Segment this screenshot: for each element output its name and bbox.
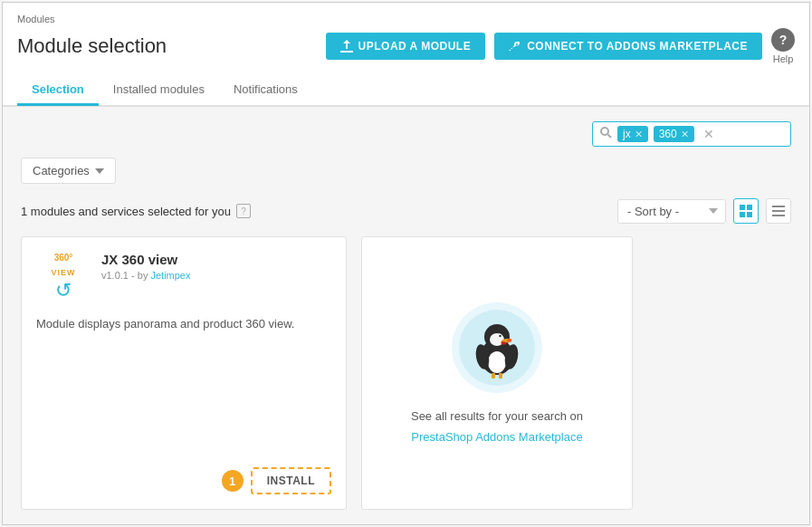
svg-rect-4 [740,212,745,217]
search-clear-button[interactable]: ✕ [703,127,714,141]
module-author-prefix: by [138,270,148,281]
sort-view-row: - Sort by - Name A-Z Name Z-A [617,198,791,224]
view-list-button[interactable] [766,198,791,224]
svg-point-0 [601,128,608,135]
module-version: v1.0.1 [101,270,129,281]
module-icon: 360° VIEW ↺ [36,252,91,306]
search-icon [600,127,612,141]
tag-360-text: 360 [659,128,677,140]
connect-label: CONNECT TO ADDONS MARKETPLACE [527,40,748,53]
help-button[interactable]: ? Help [771,28,795,64]
tag-jx-text: jx [623,128,631,140]
svg-rect-19 [499,373,502,378]
install-button[interactable]: INSTALL [251,467,331,494]
tab-selection[interactable]: Selection [17,75,99,106]
jx360-icon: 360° VIEW ↺ [38,254,89,304]
view-grid-button[interactable] [733,198,759,224]
svg-rect-2 [740,205,745,210]
key-icon [509,42,521,51]
tab-notifications[interactable]: Notifications [219,75,312,106]
module-meta: v1.0.1 - by Jetimpex [101,270,190,281]
help-icon: ? [771,28,795,52]
tag-jx-close[interactable]: ✕ [635,129,643,140]
search-area: jx ✕ 360 ✕ ✕ [21,121,791,147]
info-icon[interactable]: ? [236,204,251,218]
connect-marketplace-button[interactable]: CONNECT TO ADDONS MARKETPLACE [494,33,762,60]
puffin-svg [459,310,535,386]
module-description: Module displays panorama and product 360… [36,317,331,453]
page-title: Module selection [17,34,167,58]
upload-module-button[interactable]: UPLOAD A MODULE [326,33,486,60]
svg-rect-5 [747,212,752,217]
svg-point-11 [488,351,506,373]
addons-marketplace-link[interactable]: PrestaShop Addons Marketplace [411,430,582,444]
tabs: Selection Installed modules Notification… [17,75,795,105]
list-icon [772,205,785,217]
breadcrumb: Modules [17,14,795,24]
module-card-header: 360° VIEW ↺ JX 360 view v1.0.1 [36,252,331,306]
modules-count: 1 modules and services selected for you … [21,204,251,218]
search-box[interactable]: jx ✕ 360 ✕ ✕ [592,121,791,147]
module-info: JX 360 view v1.0.1 - by Jetimpex [101,252,190,281]
header-actions: UPLOAD A MODULE CONNECT TO ADDONS MARKET… [326,28,795,64]
filter-row: Categories [21,158,791,184]
module-badge: 1 [222,470,244,492]
addons-text: See all results for your search on [411,407,583,426]
module-name: JX 360 view [101,252,190,267]
chevron-down-icon [95,168,104,174]
tab-installed[interactable]: Installed modules [99,75,219,106]
addons-marketplace-card: See all results for your search on Prest… [361,236,633,510]
search-tag-jx[interactable]: jx ✕ [617,126,648,142]
upload-label: UPLOAD A MODULE [358,40,472,53]
modules-count-text: 1 modules and services selected for you [21,205,231,218]
main-content: jx ✕ 360 ✕ ✕ Categories 1 modu [3,107,809,524]
svg-rect-6 [772,206,785,207]
module-author-link[interactable]: Jetimpex [150,270,190,281]
svg-rect-7 [772,210,785,212]
puffin-image [452,302,542,393]
tag-360-close[interactable]: ✕ [681,129,689,140]
svg-line-1 [608,135,612,139]
svg-rect-3 [747,205,752,210]
categories-button[interactable]: Categories [21,158,116,184]
help-label: Help [773,53,794,64]
svg-point-15 [499,335,501,337]
grid-icon [740,205,752,217]
modules-row: 1 modules and services selected for you … [21,198,791,224]
svg-rect-8 [772,215,785,216]
upload-icon [340,40,353,53]
categories-label: Categories [33,164,90,177]
cards-row: 360° VIEW ↺ JX 360 view v1.0.1 [21,236,791,510]
sort-select[interactable]: - Sort by - Name A-Z Name Z-A [617,199,726,224]
module-actions: 1 INSTALL [36,467,331,494]
search-tag-360[interactable]: 360 ✕ [654,126,694,142]
module-card: 360° VIEW ↺ JX 360 view v1.0.1 [21,236,347,510]
svg-rect-18 [492,373,495,378]
